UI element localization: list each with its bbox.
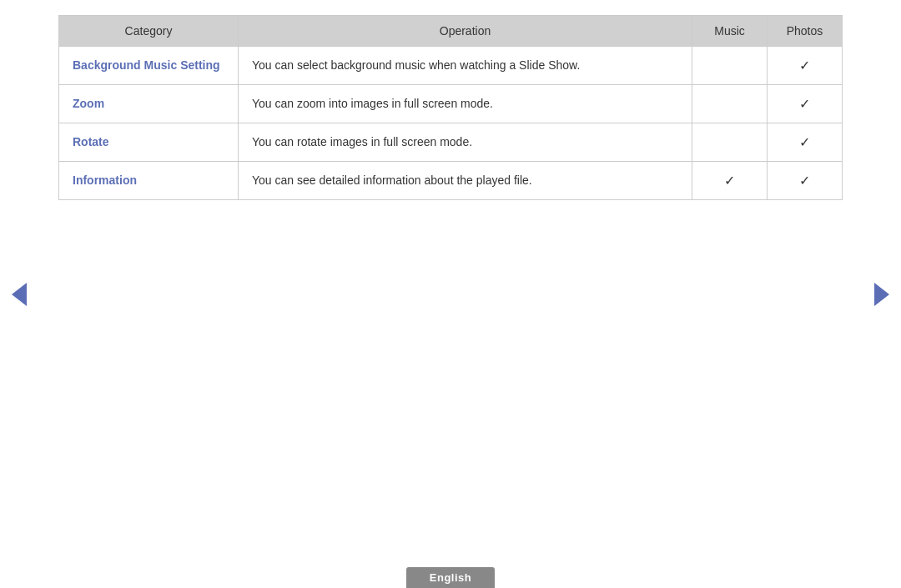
header-category: Category — [59, 16, 239, 47]
nav-arrow-left[interactable] — [12, 283, 27, 306]
header-operation: Operation — [239, 16, 692, 47]
table-header-row: Category Operation Music Photos — [59, 16, 843, 47]
table-wrapper: Category Operation Music Photos Backgrou… — [58, 15, 843, 200]
table-row: Rotate You can rotate images in full scr… — [59, 123, 843, 162]
row-photos-check: ✓ — [768, 85, 843, 123]
row-category: Rotate — [59, 123, 239, 162]
row-operation: You can zoom into images in full screen … — [239, 85, 692, 123]
table-row: Zoom You can zoom into images in full sc… — [59, 85, 843, 123]
checkmark-icon: ✓ — [799, 97, 810, 111]
row-photos-check: ✓ — [768, 123, 843, 162]
checkmark-icon: ✓ — [799, 173, 810, 188]
row-category: Background Music Setting — [59, 47, 239, 85]
row-operation: You can rotate images in full screen mod… — [239, 123, 692, 162]
checkmark-icon: ✓ — [799, 58, 810, 73]
row-music-check — [692, 123, 768, 162]
row-category: Information — [59, 162, 239, 200]
page-container: Category Operation Music Photos Backgrou… — [0, 0, 901, 588]
language-bar: English — [0, 567, 901, 588]
table-row: Information You can see detailed informa… — [59, 162, 843, 200]
language-button[interactable]: English — [406, 567, 495, 588]
row-music-check: ✓ — [692, 162, 768, 200]
row-photos-check: ✓ — [768, 162, 843, 200]
row-music-check — [692, 47, 768, 85]
checkmark-icon: ✓ — [724, 173, 735, 188]
row-category: Zoom — [59, 85, 239, 123]
row-photos-check: ✓ — [768, 47, 843, 85]
row-operation: You can select background music when wat… — [239, 47, 692, 85]
table-row: Background Music Setting You can select … — [59, 47, 843, 85]
header-music: Music — [692, 16, 768, 47]
row-music-check — [692, 85, 768, 123]
checkmark-icon: ✓ — [799, 135, 810, 149]
header-photos: Photos — [768, 16, 843, 47]
row-operation: You can see detailed information about t… — [239, 162, 692, 200]
nav-arrow-right[interactable] — [874, 283, 889, 306]
feature-table: Category Operation Music Photos Backgrou… — [58, 15, 843, 200]
